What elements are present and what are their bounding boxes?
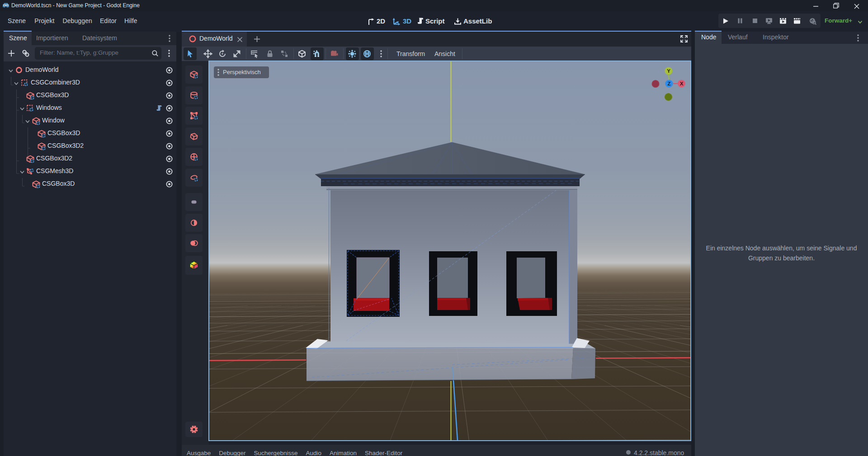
- svg-text:X: X: [680, 81, 684, 86]
- svg-text:Y: Y: [667, 68, 670, 74]
- svg-text:Z: Z: [667, 81, 670, 86]
